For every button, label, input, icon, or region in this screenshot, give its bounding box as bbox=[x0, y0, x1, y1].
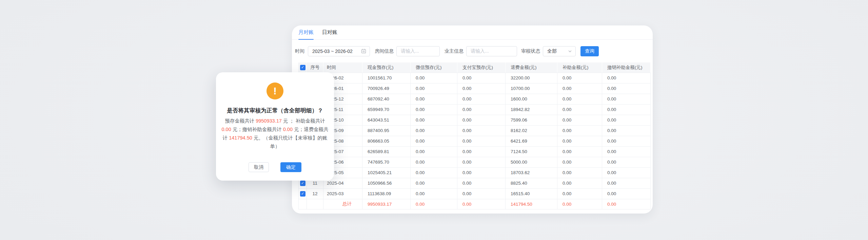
row-cash: 806663.05 bbox=[362, 136, 411, 146]
row-subsidy_revoked: 0.00 bbox=[602, 125, 651, 136]
dialog-text: 元 ； 补助金额共计 bbox=[282, 118, 325, 124]
row-alipay: 0.00 bbox=[457, 157, 506, 167]
row-index: 12 bbox=[307, 188, 323, 199]
row-subsidy: 0.00 bbox=[557, 188, 602, 199]
total-empty-cell bbox=[307, 199, 323, 209]
row-wechat: 0.00 bbox=[411, 167, 457, 178]
column-header-alipay: 支付宝预存(元) bbox=[457, 62, 506, 73]
row-subsidy_revoked: 0.00 bbox=[602, 104, 651, 115]
table-row: ✓112025-041050966.560.000.008825.400.000… bbox=[299, 178, 651, 188]
chevron-down-icon bbox=[568, 49, 572, 53]
row-subsidy: 0.00 bbox=[557, 167, 602, 178]
row-cash: 1025405.21 bbox=[362, 167, 411, 178]
reconciliation-panel: 月对账 日对账 时间 2025-03 ~ 2026-02 房间信息 请输入...… bbox=[292, 25, 653, 214]
row-subsidy_revoked: 0.00 bbox=[602, 83, 651, 94]
total-wechat: 0.00 bbox=[411, 199, 457, 209]
dialog-message: 预存金额共计 9950933.17 元 ； 补助金额共计 0.00 元；撤销补助… bbox=[221, 117, 329, 151]
row-wechat: 0.00 bbox=[411, 73, 457, 83]
tab-monthly-reconciliation[interactable]: 月对账 bbox=[298, 25, 314, 39]
row-subsidy_revoked: 0.00 bbox=[602, 136, 651, 146]
search-button[interactable]: 查询 bbox=[580, 46, 599, 56]
row-refund: 18703.62 bbox=[506, 167, 557, 178]
row-subsidy: 0.00 bbox=[557, 115, 602, 125]
table-row: ✓22026-01700926.490.000.0010700.000.000.… bbox=[299, 83, 651, 94]
time-filter-label: 时间 bbox=[295, 48, 304, 54]
row-wechat: 0.00 bbox=[411, 146, 457, 157]
calendar-icon bbox=[361, 49, 366, 54]
checkbox-checked-icon[interactable]: ✓ bbox=[300, 181, 305, 186]
table-row: ✓72025-08806663.050.000.006421.690.000.0… bbox=[299, 136, 651, 146]
column-header-subsidy: 补助金额(元) bbox=[557, 62, 602, 73]
row-wechat: 0.00 bbox=[411, 104, 457, 115]
row-wechat: 0.00 bbox=[411, 115, 457, 125]
dialog-amount: 0.00 bbox=[283, 127, 293, 132]
row-cash: 887400.95 bbox=[362, 125, 411, 136]
total-refund: 141794.50 bbox=[506, 199, 557, 209]
table-row: ✓82025-07626589.810.000.007124.500.000.0… bbox=[299, 146, 651, 157]
row-month: 2025-03 bbox=[323, 188, 362, 199]
dialog-amount: 9950933.17 bbox=[256, 118, 282, 124]
row-cash: 700926.49 bbox=[362, 83, 411, 94]
checkbox-checked-icon[interactable]: ✓ bbox=[300, 65, 305, 70]
checkbox-checked-icon[interactable]: ✓ bbox=[300, 191, 305, 197]
row-cash: 626589.81 bbox=[362, 146, 411, 157]
table-row: ✓52025-10643043.510.000.007599.060.000.0… bbox=[299, 115, 651, 125]
total-subsidy_revoked: 0.00 bbox=[602, 199, 651, 209]
audit-status-select[interactable]: 全部 bbox=[543, 46, 576, 56]
warning-icon: ! bbox=[267, 82, 283, 99]
select-all-checkbox-cell[interactable]: ✓ bbox=[299, 62, 307, 73]
row-wechat: 0.00 bbox=[411, 136, 457, 146]
dialog-title: 是否将其审核为正常（含全部明细）？ bbox=[216, 107, 334, 114]
room-info-placeholder: 请输入... bbox=[401, 48, 419, 54]
row-refund: 7124.50 bbox=[506, 146, 557, 157]
tab-bar: 月对账 日对账 bbox=[292, 25, 653, 40]
date-range-input[interactable]: 2025-03 ~ 2026-02 bbox=[308, 46, 370, 56]
table-row: ✓12026-021001561.700.000.0032200.000.000… bbox=[299, 73, 651, 83]
row-refund: 8162.02 bbox=[506, 125, 557, 136]
table-total-row: 总计9950933.170.000.00141794.500.000.00 bbox=[299, 199, 651, 209]
table-body: ✓12026-021001561.700.000.0032200.000.000… bbox=[299, 73, 651, 199]
row-refund: 6421.69 bbox=[506, 136, 557, 146]
row-alipay: 0.00 bbox=[457, 104, 506, 115]
row-subsidy: 0.00 bbox=[557, 94, 602, 104]
row-alipay: 0.00 bbox=[457, 115, 506, 125]
row-subsidy_revoked: 0.00 bbox=[602, 115, 651, 125]
row-refund: 5000.00 bbox=[506, 157, 557, 167]
total-label: 总计 bbox=[323, 199, 362, 209]
row-alipay: 0.00 bbox=[457, 136, 506, 146]
tab-daily-reconciliation[interactable]: 日对账 bbox=[322, 25, 337, 39]
row-cash: 1113638.09 bbox=[362, 188, 411, 199]
row-alipay: 0.00 bbox=[457, 83, 506, 94]
owner-info-placeholder: 请输入... bbox=[471, 48, 489, 54]
row-subsidy_revoked: 0.00 bbox=[602, 188, 651, 199]
room-info-input[interactable]: 请输入... bbox=[396, 46, 440, 56]
row-refund: 18942.82 bbox=[506, 104, 557, 115]
dialog-amount: 0.00 bbox=[221, 127, 231, 132]
row-cash: 1050966.56 bbox=[362, 178, 411, 188]
cancel-button[interactable]: 取消 bbox=[249, 162, 269, 172]
row-subsidy_revoked: 0.00 bbox=[602, 178, 651, 188]
total-cash: 9950933.17 bbox=[362, 199, 411, 209]
confirm-button[interactable]: 确定 bbox=[280, 162, 301, 172]
row-checkbox-cell[interactable]: ✓ bbox=[299, 188, 307, 199]
table-row: ✓122025-031113638.090.000.0016515.400.00… bbox=[299, 188, 651, 199]
page-background: 月对账 日对账 时间 2025-03 ~ 2026-02 房间信息 请输入...… bbox=[0, 0, 868, 240]
row-subsidy_revoked: 0.00 bbox=[602, 157, 651, 167]
reconciliation-table: ✓序号时间现金预存(元)微信预存(元)支付宝预存(元)退费金额(元)补助金额(元… bbox=[298, 62, 651, 209]
row-subsidy: 0.00 bbox=[557, 104, 602, 115]
row-refund: 16515.40 bbox=[506, 188, 557, 199]
row-refund: 10700.00 bbox=[506, 83, 557, 94]
audit-status-value: 全部 bbox=[547, 48, 557, 54]
row-subsidy: 0.00 bbox=[557, 178, 602, 188]
row-alipay: 0.00 bbox=[457, 167, 506, 178]
owner-info-label: 业主信息 bbox=[445, 48, 463, 54]
row-alipay: 0.00 bbox=[457, 94, 506, 104]
row-refund: 32200.00 bbox=[506, 73, 557, 83]
row-subsidy: 0.00 bbox=[557, 125, 602, 136]
table-row: ✓42025-11659949.700.000.0018942.820.000.… bbox=[299, 104, 651, 115]
row-wechat: 0.00 bbox=[411, 125, 457, 136]
owner-info-input[interactable]: 请输入... bbox=[466, 46, 517, 56]
column-header-index: 序号 bbox=[307, 62, 323, 73]
table-header-row: ✓序号时间现金预存(元)微信预存(元)支付宝预存(元)退费金额(元)补助金额(元… bbox=[299, 62, 651, 73]
row-subsidy: 0.00 bbox=[557, 157, 602, 167]
